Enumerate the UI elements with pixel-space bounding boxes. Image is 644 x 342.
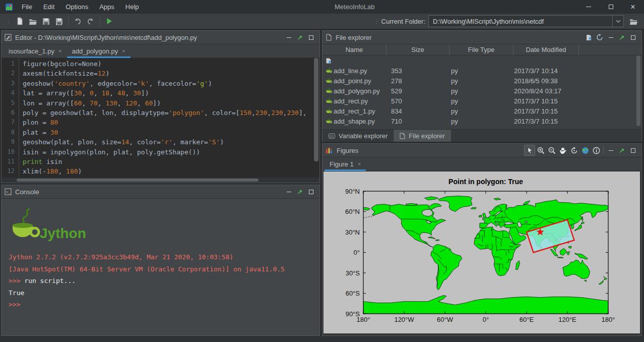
file-row[interactable] [323, 126, 641, 129]
menu-edit[interactable]: Edit [38, 0, 60, 14]
info-tool-button[interactable] [591, 145, 602, 156]
rotate-tool-button[interactable] [568, 145, 579, 156]
current-folder-combobox[interactable]: D:\Working\MIScript\Jython\mis\netcdf [428, 15, 624, 27]
tab-add_polygon.py[interactable]: add_polygon.py× [67, 44, 131, 58]
title-bar: FileEditOptionsAppsHelp MeteoInfoLab × [0, 0, 644, 14]
close-tab-icon[interactable]: × [58, 48, 61, 54]
float-panel-button[interactable]: ↗ [616, 145, 627, 155]
menu-help[interactable]: Help [120, 0, 145, 14]
undo-button[interactable] [71, 15, 84, 28]
x-tick-label: 120°E [558, 316, 576, 323]
python-file-icon [324, 78, 334, 84]
file-row[interactable]: add_point.py278py2018/6/5 09:38 [323, 76, 641, 86]
file-row[interactable]: add_line.py353py2017/3/7 10:14 [323, 66, 641, 76]
chevron-down-icon[interactable] [612, 16, 623, 27]
minimize-panel-button[interactable] [605, 32, 616, 42]
file-date: 2018/6/5 09:38 [512, 77, 558, 85]
file-row[interactable]: add_rect.py570py2017/3/7 10:15 [323, 96, 641, 106]
file-row[interactable]: add_polygon.py529py2020/8/24 03:17 [323, 86, 641, 96]
y-tick-label: 90°N [345, 188, 360, 195]
meteoinfolab-window: FileEditOptionsAppsHelp MeteoInfoLab × ⋮ [0, 0, 644, 342]
zoom-out-tool-button[interactable] [546, 145, 557, 156]
file-date: 2017/3/7 10:15 [512, 97, 558, 105]
path-up-button[interactable] [583, 32, 594, 42]
minimize-button[interactable] [577, 0, 600, 14]
figure-canvas[interactable]: 180°90°N120°W60°N60°W30°N0°0°60°E30°S120… [323, 171, 641, 335]
maximize-panel-button[interactable] [305, 32, 316, 42]
select-tool-button[interactable] [524, 145, 535, 156]
explorer-scrollbar[interactable] [635, 55, 641, 129]
figures-icon [326, 147, 333, 154]
editor-controls: ↗ [283, 32, 316, 42]
redo-button[interactable] [84, 15, 97, 28]
column-header-name[interactable]: Name [323, 44, 387, 55]
maximize-button[interactable] [600, 0, 622, 14]
editor-vertical-scrollbar[interactable] [313, 58, 319, 178]
browse-folder-button[interactable] [626, 15, 641, 28]
tab-file-explorer[interactable]: File explorer [394, 130, 451, 142]
file-type: py [448, 97, 512, 105]
table-header: NameSizeFile TypeDate Modified [323, 44, 641, 55]
code-line: figure(bgcolor=None) [23, 59, 319, 69]
float-panel-button[interactable]: ↗ [294, 187, 305, 197]
editor-horizontal-scrollbar[interactable] [2, 178, 319, 183]
file-date: 2017/3/7 10:15 [512, 107, 558, 115]
column-header-size[interactable]: Size [387, 44, 449, 55]
world-map [363, 196, 608, 314]
toolbar-separator [603, 146, 604, 154]
float-panel-button[interactable]: ↗ [294, 32, 305, 42]
file-name: add_line.py [334, 67, 385, 75]
figure-tabs: Figure 1× [323, 157, 641, 171]
file-size: 834 [385, 107, 448, 115]
maximize-panel-button[interactable] [627, 32, 638, 42]
jython-logo: Jython [9, 206, 104, 250]
menu-bar: FileEditOptionsAppsHelp [16, 0, 145, 14]
console-line: >>> [9, 299, 285, 311]
svg-text:Jython: Jython [40, 225, 86, 241]
save-button[interactable] [39, 15, 52, 28]
float-panel-button[interactable]: ↗ [616, 32, 627, 42]
python-file-icon [324, 108, 334, 115]
refresh-button[interactable] [594, 32, 605, 42]
save-as-button[interactable] [52, 15, 66, 28]
globe-tool-button[interactable] [579, 145, 591, 156]
file-type: py [448, 118, 512, 125]
minimize-panel-button[interactable] [605, 145, 616, 155]
toolbar-separator [68, 17, 69, 26]
python-file-icon [324, 128, 334, 130]
maximize-panel-button[interactable] [627, 145, 638, 155]
file-type: py [448, 77, 512, 85]
menu-options[interactable]: Options [60, 0, 94, 14]
maximize-panel-button[interactable] [305, 187, 316, 197]
x-tick-label: 60°W [437, 316, 454, 323]
close-button[interactable]: × [622, 0, 644, 14]
run-button[interactable] [103, 15, 116, 28]
file-size: 570 [385, 97, 448, 105]
column-header-file-type[interactable]: File Type [449, 44, 513, 55]
parent-folder-row[interactable] [323, 55, 641, 66]
new-script-button[interactable] [13, 15, 26, 28]
tab-variable-explorer[interactable]: (x)Variable explorer [323, 130, 394, 142]
tab-figure-1[interactable]: Figure 1× [325, 157, 366, 170]
file-row[interactable]: add_rect_1.py834py2017/3/7 10:15 [323, 106, 641, 116]
code-editor[interactable]: 123456789101112 figure(bgcolor=None)axes… [2, 58, 319, 178]
minimize-panel-button[interactable] [283, 187, 294, 197]
console-line: >>> run script... [9, 275, 285, 287]
file-row[interactable]: add_shape.py710py2017/3/7 10:15 [323, 116, 641, 126]
column-header-date-modified[interactable]: Date Modified [513, 44, 579, 55]
close-tab-icon[interactable]: × [122, 48, 125, 54]
console-output[interactable]: Jython Jython 2.7.2 (v2.7.2:925a3cc3b49d… [2, 199, 319, 335]
menu-apps[interactable]: Apps [94, 0, 120, 14]
console-line: [Java HotSpot(TM) 64-Bit Server VM (Orac… [9, 263, 285, 275]
toolbar-grip: ⋮ [6, 19, 11, 24]
minimize-panel-button[interactable] [283, 32, 294, 42]
file-size: 353 [385, 67, 448, 75]
menu-file[interactable]: File [16, 0, 38, 14]
open-button[interactable] [26, 15, 39, 28]
zoom-in-tool-button[interactable] [535, 145, 546, 156]
tab-isosurface_1.py[interactable]: isosurface_1.py× [4, 44, 67, 58]
x-tick-label: 120°W [394, 316, 414, 323]
close-tab-icon[interactable]: × [358, 161, 361, 167]
toolbar-grip: ⋮ [374, 19, 379, 24]
pan-tool-button[interactable] [557, 145, 568, 156]
